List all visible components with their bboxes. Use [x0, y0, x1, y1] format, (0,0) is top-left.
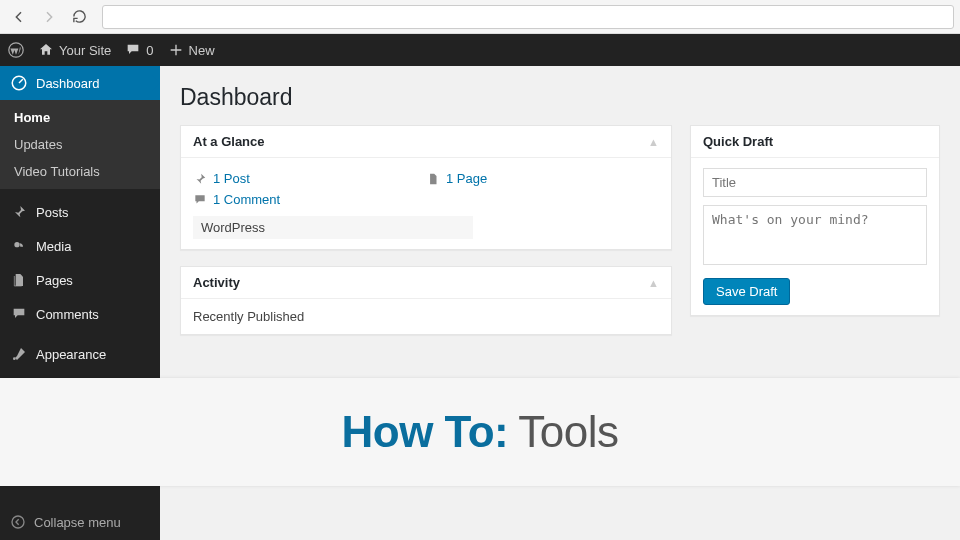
sidebar-label-appearance: Appearance	[36, 347, 106, 362]
page-icon	[10, 271, 28, 289]
dashboard-submenu: Home Updates Video Tutorials	[0, 100, 160, 189]
sidebar-item-dashboard[interactable]: Dashboard	[0, 66, 160, 100]
pin-icon	[193, 172, 207, 186]
glance-title: At a Glance	[193, 134, 265, 149]
sidebar-item-comments[interactable]: Comments	[0, 297, 160, 331]
comment-icon	[10, 305, 28, 323]
sidebar-label-dashboard: Dashboard	[36, 76, 100, 91]
at-a-glance-card: At a Glance ▲ 1 Post 1 Page	[180, 125, 672, 250]
quick-draft-card: Quick Draft Save Draft	[690, 125, 940, 316]
pin-icon	[10, 203, 28, 221]
dashboard-icon	[10, 74, 28, 92]
collapse-menu-button[interactable]: Collapse menu	[0, 504, 160, 540]
posts-link[interactable]: 1 Post	[213, 171, 250, 186]
sidebar-item-posts[interactable]: Posts	[0, 195, 160, 229]
submenu-video-tutorials[interactable]: Video Tutorials	[0, 158, 160, 185]
overlay-banner: How To: Tools	[0, 378, 960, 486]
draft-content-textarea[interactable]	[703, 205, 927, 265]
comment-icon	[193, 193, 207, 207]
new-label: New	[189, 43, 215, 58]
comments-link[interactable]: 1 Comment	[213, 192, 280, 207]
site-name: Your Site	[59, 43, 111, 58]
svg-point-4	[12, 516, 24, 528]
reload-button[interactable]	[66, 4, 92, 30]
site-home-link[interactable]: Your Site	[38, 42, 111, 58]
recently-published-heading: Recently Published	[193, 309, 659, 324]
page-title: Dashboard	[180, 84, 940, 111]
back-button[interactable]	[6, 4, 32, 30]
overlay-rest: Tools	[518, 407, 618, 457]
wp-logo-menu[interactable]	[8, 42, 24, 58]
sidebar-label-comments: Comments	[36, 307, 99, 322]
sidebar-item-pages[interactable]: Pages	[0, 263, 160, 297]
collapse-toggle-icon[interactable]: ▲	[648, 277, 659, 289]
page-icon	[426, 172, 440, 186]
url-input[interactable]	[102, 5, 954, 29]
submenu-home[interactable]: Home	[0, 104, 160, 131]
overlay-bold: How To:	[342, 407, 509, 457]
sidebar-label-posts: Posts	[36, 205, 69, 220]
svg-point-3	[13, 357, 16, 360]
collapse-label: Collapse menu	[34, 515, 121, 530]
sidebar-item-media[interactable]: Media	[0, 229, 160, 263]
collapse-toggle-icon[interactable]: ▲	[648, 136, 659, 148]
comments-link[interactable]: 0	[125, 42, 153, 58]
save-draft-button[interactable]: Save Draft	[703, 278, 790, 305]
submenu-updates[interactable]: Updates	[0, 131, 160, 158]
svg-point-2	[14, 242, 19, 247]
sidebar-item-appearance[interactable]: Appearance	[0, 337, 160, 371]
brush-icon	[10, 345, 28, 363]
pages-link[interactable]: 1 Page	[446, 171, 487, 186]
new-content-menu[interactable]: New	[168, 42, 215, 58]
activity-card: Activity ▲ Recently Published	[180, 266, 672, 335]
media-icon	[10, 237, 28, 255]
wp-version-text: WordPress	[193, 216, 473, 239]
browser-toolbar	[0, 0, 960, 34]
admin-top-bar: Your Site 0 New	[0, 34, 960, 66]
comment-count: 0	[146, 43, 153, 58]
sidebar-label-media: Media	[36, 239, 71, 254]
quick-draft-title: Quick Draft	[703, 134, 773, 149]
sidebar-label-pages: Pages	[36, 273, 73, 288]
draft-title-input[interactable]	[703, 168, 927, 197]
activity-title: Activity	[193, 275, 240, 290]
forward-button[interactable]	[36, 4, 62, 30]
